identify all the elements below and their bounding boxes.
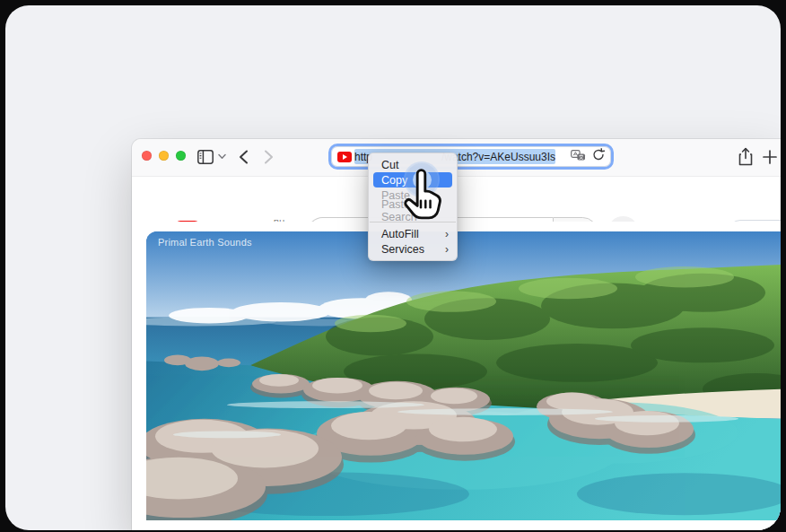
pointer-hand-cursor: [400, 168, 441, 223]
safari-window: http /watch?v=AKeUssuu3Is: [132, 139, 781, 530]
menu-item-autofill[interactable]: AutoFill ›: [369, 226, 457, 241]
reload-icon[interactable]: [592, 148, 605, 165]
minimize-window-button[interactable]: [159, 151, 169, 161]
submenu-chevron-icon: ›: [445, 229, 449, 240]
video-scene: [146, 231, 781, 520]
zoom-window-button[interactable]: [176, 151, 186, 161]
video-player[interactable]: Primal Earth Sounds: [146, 231, 781, 520]
share-icon[interactable]: [738, 147, 754, 167]
traffic-lights: [142, 151, 186, 161]
forward-button[interactable]: [264, 150, 274, 164]
close-window-button[interactable]: [142, 151, 152, 161]
video-overlay-title: Primal Earth Sounds: [158, 237, 252, 248]
back-button[interactable]: [239, 150, 249, 164]
page-content: Primal Earth Sounds: [132, 222, 781, 530]
sidebar-icon[interactable]: [197, 150, 214, 164]
menu-item-services[interactable]: Services ›: [369, 241, 457, 257]
youtube-favicon-icon: [337, 152, 352, 162]
screenshot-card: http /watch?v=AKeUssuu3Is: [5, 5, 781, 530]
submenu-chevron-icon: ›: [445, 244, 449, 255]
translate-icon[interactable]: [571, 149, 586, 165]
new-tab-icon[interactable]: [763, 150, 777, 164]
url-end: /watch?v=AKeUssuu3Is: [441, 151, 555, 163]
sidebar-chevron-down-icon[interactable]: [218, 153, 226, 160]
